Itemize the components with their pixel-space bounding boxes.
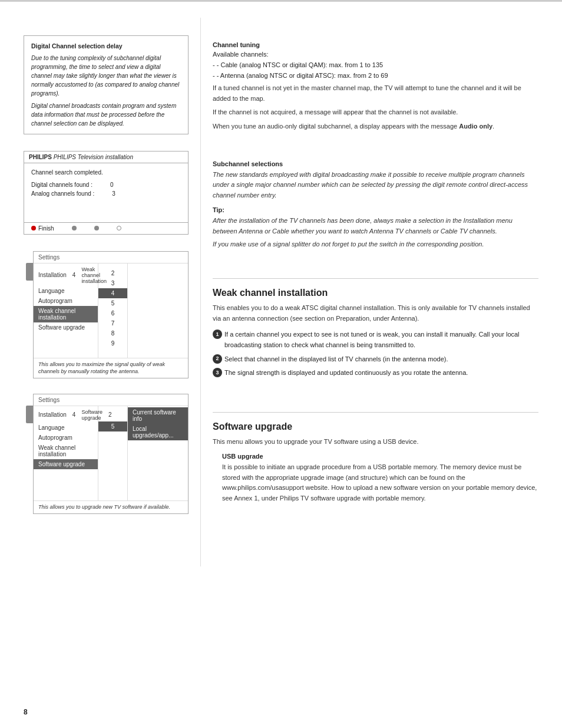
num-9: 9 [98, 338, 127, 348]
tip-text2: If you make use of a signal splitter do … [213, 239, 538, 250]
footer-finish: Finish [31, 225, 54, 232]
bullet-num-1: 1 [213, 330, 222, 339]
cable-item: - Cable (analog NTSC or digital QAM): ma… [213, 60, 538, 71]
analog-found-value: 3 [112, 190, 115, 197]
menu-autoprogram[interactable]: Autoprogram [34, 296, 98, 306]
channel-tuning-content: Available channels: - Cable (analog NTSC… [213, 51, 538, 132]
software-upgrade-intro: This menu allows you to upgrade your TV … [213, 437, 538, 447]
menu-screen1-header: Settings [34, 252, 188, 263]
bullet-1: 1 If a certain channel you expect to see… [213, 330, 538, 350]
bullet-3-text: The signal strength is displayed and upd… [224, 369, 468, 376]
bullet-num-3: 3 [213, 368, 222, 377]
info-box-para2: Digital channel broadcasts contain progr… [31, 101, 181, 128]
menu-screen1-header-text: Settings [38, 254, 59, 261]
left-column: Digital Channel selection delay Due to t… [24, 18, 200, 566]
menu-screen2-body: Installation4Software upgrade2 Language … [34, 406, 188, 500]
menu2-weak-channel[interactable]: Weak channel installation [34, 443, 98, 459]
tip-text1: After the installation of the TV channel… [213, 216, 538, 236]
software-upgrade-section: Software upgrade This menu allows you to… [213, 403, 538, 504]
channel-tuning-para1: If a tuned channel is not yet in the mas… [213, 83, 538, 104]
installation-label: Installation [38, 272, 67, 278]
menu-screen-weak-channel: Settings Installation4Weak channel insta… [33, 251, 189, 378]
menu2-installation-row: Installation4Software upgrade2 [34, 407, 98, 423]
menu-installation-row: Installation4Weak channel installation [34, 265, 98, 286]
info-box-digital-delay: Digital Channel selection delay Due to t… [24, 35, 189, 134]
num-8: 8 [98, 328, 127, 338]
menu-software-upgrade-1[interactable]: Software upgrade [34, 322, 98, 332]
num2-5: 5 [98, 421, 127, 431]
dot-gray-icon-2 [94, 226, 99, 230]
top-border [0, 0, 562, 2]
tv-screen-channel-search: PHILIPS PHILIPS Television installation … [24, 151, 189, 235]
subchannel-text: The new standards employed with digital … [213, 170, 538, 201]
section-divider-1 [213, 278, 538, 279]
bullet-2-text: Select that channel in the displayed lis… [224, 355, 448, 363]
tv-screen-footer: Finish [24, 222, 188, 234]
analog-found-label: Analog channels found : [31, 190, 94, 197]
info-box-para1: Due to the tuning complexity of subchann… [31, 54, 181, 98]
current-software-info[interactable]: Current software info [128, 407, 188, 424]
tv-screen-body: Channel search completed. Digital channe… [24, 163, 188, 222]
page-number: 8 [24, 708, 28, 716]
digital-found-row: Digital channels found : 0 [31, 182, 181, 188]
menu2-col1: Installation4Software upgrade2 Language … [34, 406, 98, 500]
menu-weak-channel[interactable]: Weak channel installation [34, 306, 98, 322]
weak-channel-intro: This enables you to do a weak ATSC digit… [213, 303, 538, 324]
dot-red-icon [31, 226, 36, 230]
usb-upgrade-heading: USB upgrade [213, 453, 538, 460]
digital-found-label: Digital channels found : [31, 182, 92, 188]
para3-end: . [492, 123, 494, 130]
num-5: 5 [98, 298, 127, 308]
section-divider-2 [213, 412, 538, 413]
num2-9 [98, 442, 127, 446]
para3-text: When you tune an audio-only digital subc… [213, 123, 459, 130]
bullet-1-text: If a certain channel you expect to see i… [224, 331, 520, 348]
weak-channel-heading: Weak channel installation [213, 288, 538, 298]
analog-found-row: Analog channels found : 3 [31, 190, 181, 197]
menu-screen2-header-text: Settings [38, 397, 59, 403]
menu-col1: Installation4Weak channel installation L… [34, 263, 98, 358]
channel-tuning-para2: If the channel is not acquired, a messag… [213, 107, 538, 118]
num-2: 2 [98, 268, 127, 278]
menu-language[interactable]: Language [34, 286, 98, 296]
footer-dot4 [117, 225, 121, 232]
num-7: 7 [98, 318, 127, 328]
subchannel-heading: Subchannel selections [213, 160, 538, 167]
channel-tuning-section: Channel tuning Available channels: - Cab… [213, 35, 538, 132]
available-channels-label: Available channels: [213, 51, 538, 58]
menu2-software-upgrade[interactable]: Software upgrade [34, 459, 98, 469]
installation-number: 4 [72, 272, 76, 278]
num-6: 6 [98, 308, 127, 318]
menu-screen2-footer: This allows you to upgrade new TV softwa… [34, 500, 188, 513]
bullet-2: 2 Select that channel in the displayed l… [213, 354, 538, 365]
menu-screen-software-upgrade: Settings Installation4Software upgrade2 … [33, 394, 189, 514]
menu-screen1-wrapper: Settings Installation4Weak channel insta… [33, 251, 189, 383]
channel-tuning-heading: Channel tuning [213, 41, 538, 48]
menu2-language[interactable]: Language [34, 423, 98, 433]
philips-logo: PHILIPS [29, 154, 52, 160]
footer-dot2 [72, 225, 77, 232]
channel-tuning-para3: When you tune an audio-only digital subc… [213, 121, 538, 132]
tv-screen-header-text: PHILIPS Television installation [54, 154, 133, 160]
channel-list: - Cable (analog NTSC or digital QAM): ma… [213, 60, 538, 81]
bullet-num-2: 2 [213, 354, 222, 364]
software-upgrade-heading: Software upgrade [213, 421, 538, 432]
local-upgrades-app[interactable]: Local upgrades/app... [128, 424, 188, 440]
dot-gray-icon-1 [72, 226, 77, 230]
menu2-col3: Current software info Local upgrades/app… [128, 406, 188, 500]
menu-col2: 2 3 4 5 6 7 8 9 [98, 263, 128, 358]
menu-screen2-header: Settings [34, 394, 188, 406]
bullet-3: 3 The signal strength is displayed and u… [213, 368, 538, 378]
audio-only-bold: Audio only [459, 123, 492, 130]
digital-found-value: 0 [110, 182, 114, 188]
menu2-autoprogram[interactable]: Autoprogram [34, 433, 98, 443]
right-column: Channel tuning Available channels: - Cab… [200, 18, 538, 566]
page: Digital Channel selection delay Due to t… [0, 0, 562, 728]
menu-screen2-wrapper: Settings Installation4Software upgrade2 … [33, 394, 189, 519]
folder-tab-1 [26, 263, 33, 281]
num-3: 3 [98, 278, 127, 288]
info-box-title: Digital Channel selection delay [31, 42, 181, 51]
menu-screen1-footer: This allows you to maximize the signal q… [34, 358, 188, 378]
channel-search-complete: Channel search completed. [31, 169, 181, 176]
weak-channel-bullets: 1 If a certain channel you expect to see… [213, 330, 538, 378]
